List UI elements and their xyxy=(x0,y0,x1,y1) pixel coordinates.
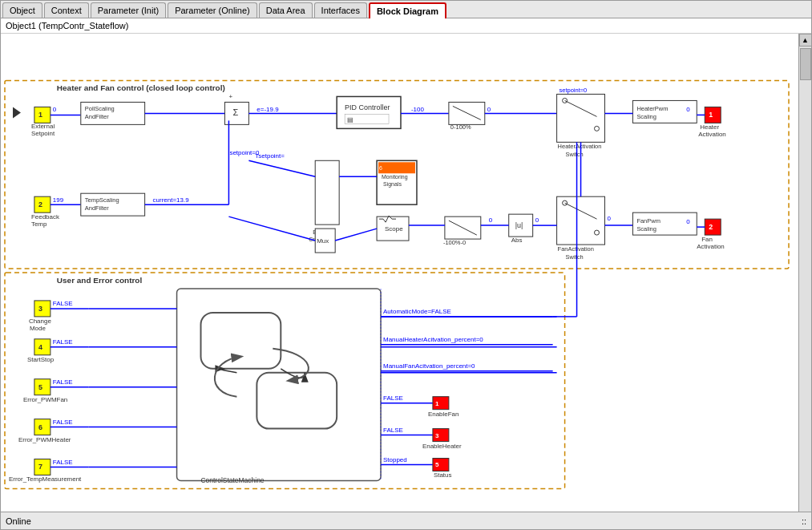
svg-text:Σ: Σ xyxy=(232,107,238,117)
svg-text:current=13.9: current=13.9 xyxy=(153,196,190,204)
svg-text:setpoint=0: setpoint=0 xyxy=(560,87,588,94)
svg-text:▤: ▤ xyxy=(347,116,353,123)
svg-text:Heater: Heater xyxy=(700,123,719,131)
svg-text:-100%-0: -100%-0 xyxy=(443,239,466,246)
svg-text:StartStop: StartStop xyxy=(27,356,55,363)
tab-parameter-init[interactable]: Parameter (Init) xyxy=(91,2,166,18)
svg-text:Feedback: Feedback xyxy=(31,213,59,220)
svg-text:FALSE: FALSE xyxy=(53,300,73,307)
svg-rect-133 xyxy=(257,373,337,429)
svg-text:5: 5 xyxy=(38,383,42,391)
svg-text:Abs: Abs xyxy=(511,237,523,244)
svg-text:Error_PWMHeater: Error_PWMHeater xyxy=(18,436,71,443)
svg-text:199: 199 xyxy=(53,196,64,204)
svg-text:0: 0 xyxy=(535,216,539,224)
svg-text:Error_PWMFan: Error_PWMFan xyxy=(23,396,67,403)
tab-bar: Object Context Parameter (Init) Paramete… xyxy=(1,1,811,18)
status-bar: Online :: xyxy=(1,512,811,529)
main-window: Object Context Parameter (Init) Paramete… xyxy=(0,0,812,530)
svg-text:Activation: Activation xyxy=(698,131,726,138)
svg-text:e=-19.9: e=-19.9 xyxy=(257,106,279,113)
svg-text:PID Controller: PID Controller xyxy=(345,103,390,111)
svg-text:Monitoring: Monitoring xyxy=(382,174,408,180)
svg-text:FALSE: FALSE xyxy=(383,394,403,402)
svg-text:6: 6 xyxy=(379,165,382,171)
content-area: Heater and Fan control (closed loop cont… xyxy=(1,34,811,512)
scroll-thumb[interactable] xyxy=(800,48,811,80)
tab-object[interactable]: Object xyxy=(2,2,42,18)
svg-text:Stopped: Stopped xyxy=(383,456,407,463)
tab-parameter-online[interactable]: Parameter (Online) xyxy=(168,2,257,18)
svg-text:Mode: Mode xyxy=(30,325,46,332)
svg-rect-31 xyxy=(557,94,605,142)
svg-text:EnableFan: EnableFan xyxy=(428,411,459,418)
scroll-up-arrow[interactable]: ▲ xyxy=(799,34,812,47)
svg-text:FALSE: FALSE xyxy=(383,427,403,434)
svg-text:ManualFanAcitvation_percent=0: ManualFanAcitvation_percent=0 xyxy=(383,362,475,370)
svg-rect-69 xyxy=(378,162,415,173)
svg-rect-132 xyxy=(200,313,281,369)
svg-text:2: 2 xyxy=(38,200,42,208)
svg-text:Fan: Fan xyxy=(701,236,713,243)
svg-text:Scaling: Scaling xyxy=(636,225,656,233)
svg-text:Heater and Fan control (closed: Heater and Fan control (closed loop cont… xyxy=(57,83,225,92)
svg-text:Status: Status xyxy=(434,471,452,479)
diagram-canvas[interactable]: Heater and Fan control (closed loop cont… xyxy=(1,34,798,512)
svg-text:ManualHeaterAcitvation_percent: ManualHeaterAcitvation_percent=0 xyxy=(383,336,483,343)
svg-text:FanPwm: FanPwm xyxy=(636,217,660,225)
svg-text:1: 1 xyxy=(38,111,42,119)
svg-text:0: 0 xyxy=(686,218,690,225)
svg-text:0: 0 xyxy=(607,215,611,222)
tab-data-area[interactable]: Data Area xyxy=(259,2,313,18)
svg-text:|u|: |u| xyxy=(515,221,523,229)
tab-interfaces[interactable]: Interfaces xyxy=(314,2,367,18)
svg-text:-100: -100 xyxy=(411,106,425,113)
svg-text:1: 1 xyxy=(435,400,439,407)
svg-text:FALSE: FALSE xyxy=(53,338,73,346)
title-bar: Object1 (TempContr_Stateflow) xyxy=(1,18,811,34)
svg-text:Switch: Switch xyxy=(566,253,584,261)
svg-text:ControlStateMachine: ControlStateMachine xyxy=(200,476,264,484)
svg-text:0: 0 xyxy=(489,216,493,224)
svg-text:0: 0 xyxy=(487,106,491,113)
svg-text:6: 6 xyxy=(38,423,42,431)
svg-text:+: + xyxy=(228,93,232,100)
svg-text:Setpoint: Setpoint xyxy=(31,130,55,137)
svg-text:5: 5 xyxy=(435,462,439,469)
svg-text:TempScaling: TempScaling xyxy=(85,196,119,204)
status-text: Online xyxy=(6,516,31,526)
svg-text:HeaterPwm: HeaterPwm xyxy=(636,105,668,112)
svg-text:HeaterActivation: HeaterActivation xyxy=(558,143,602,150)
svg-text:0-100%: 0-100% xyxy=(450,123,471,131)
svg-text:Temp: Temp xyxy=(31,220,47,228)
svg-text:Signals: Signals xyxy=(383,181,402,188)
svg-text:3: 3 xyxy=(38,305,42,313)
scrollbar-right: ▲ xyxy=(798,34,811,512)
status-extra: :: xyxy=(802,516,806,526)
svg-text:0: 0 xyxy=(686,106,690,113)
svg-line-63 xyxy=(248,160,315,176)
svg-text:FALSE: FALSE xyxy=(53,419,73,426)
svg-text:Change: Change xyxy=(29,318,51,325)
svg-rect-86 xyxy=(557,196,605,245)
svg-text:0: 0 xyxy=(53,106,57,113)
svg-rect-60 xyxy=(315,160,339,225)
svg-text:2: 2 xyxy=(709,223,713,231)
svg-text:FALSE: FALSE xyxy=(53,459,73,466)
svg-text:Activation: Activation xyxy=(697,243,725,250)
svg-text:Error_TempMeasurement: Error_TempMeasurement xyxy=(9,475,82,483)
tab-block-diagram[interactable]: Block Diagram xyxy=(369,2,446,18)
svg-text:3: 3 xyxy=(435,432,439,439)
svg-text:Scope: Scope xyxy=(385,225,403,233)
svg-text:FALSE: FALSE xyxy=(53,378,73,386)
svg-text:EnableHeater: EnableHeater xyxy=(422,443,462,450)
svg-text:4: 4 xyxy=(38,343,42,351)
window-title: Object1 (TempContr_Stateflow) xyxy=(6,21,128,30)
svg-text:External: External xyxy=(31,123,55,130)
svg-text:Tsetpoint=: Tsetpoint= xyxy=(255,152,285,160)
svg-text:1: 1 xyxy=(709,111,713,119)
svg-text:FanActivation: FanActivation xyxy=(558,245,594,253)
svg-text:7: 7 xyxy=(38,463,42,471)
tab-context[interactable]: Context xyxy=(44,2,89,18)
svg-text:PollScaling: PollScaling xyxy=(85,105,115,112)
